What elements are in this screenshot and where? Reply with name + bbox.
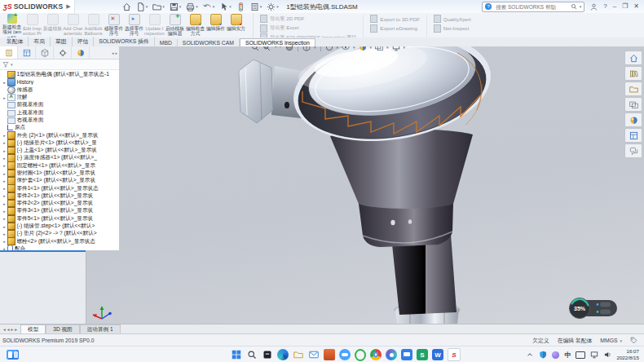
expand-arrow-icon[interactable]: ▸ bbox=[2, 216, 7, 221]
expand-arrow-icon[interactable]: ▸ bbox=[2, 171, 7, 176]
tag-icon[interactable] bbox=[630, 337, 637, 344]
configuration-manager-tab[interactable] bbox=[36, 46, 54, 59]
qualityxpert-button[interactable]: QualityXpert bbox=[434, 15, 471, 23]
start-icon[interactable] bbox=[231, 349, 242, 360]
search-icon[interactable] bbox=[571, 3, 577, 10]
tab-mbd[interactable]: MBD bbox=[155, 39, 178, 46]
tree-item[interactable]: 传感器 bbox=[0, 86, 119, 94]
add-characteristic-button[interactable]: Add Characteristic bbox=[63, 13, 83, 38]
update-inspection-project-button[interactable]: Update Inspection Project bbox=[144, 13, 165, 38]
solidworks-logo[interactable]: ʒS SOLIDWORKS ▶ bbox=[0, 0, 75, 13]
tree-item[interactable]: ▸密封圈<1> (默认<<默认>_显示状 bbox=[0, 170, 119, 177]
edit-operations-button[interactable]: 编辑操作 bbox=[205, 13, 226, 38]
solidworks-icon[interactable]: S bbox=[448, 348, 461, 361]
open-icon[interactable]: ▾ bbox=[152, 2, 165, 11]
edit-methods-button[interactable]: 编辑检查方式 bbox=[185, 13, 205, 38]
tree-item[interactable]: ▸History bbox=[0, 78, 119, 86]
select-icon[interactable]: ▾ bbox=[219, 2, 232, 11]
view-orientation-icon[interactable] bbox=[302, 46, 311, 51]
widgets-icon[interactable] bbox=[7, 350, 19, 360]
tree-item[interactable]: ▸(-) 绝缘管.step<1> (默认<<默认> bbox=[0, 223, 119, 230]
expand-arrow-icon[interactable]: ▸ bbox=[2, 193, 7, 198]
file-explorer-icon[interactable] bbox=[293, 349, 304, 360]
design-library-tab[interactable] bbox=[624, 66, 642, 81]
graphics-area[interactable]: ▾ ▾ ▾ ▾ ▾ ▾ bbox=[86, 46, 644, 324]
tree-item[interactable]: ▸保护套<1> (默认<<默认>_显示状 bbox=[0, 177, 119, 184]
3d-model-thermocouple[interactable] bbox=[86, 46, 644, 324]
tree-item[interactable]: ▸注解 bbox=[0, 94, 119, 101]
launch-template-editor-button[interactable]: 启动模板编辑器 bbox=[165, 13, 185, 38]
section-view-icon[interactable] bbox=[285, 46, 293, 51]
tree-root[interactable]: 1型铠装热电偶 (默认<默认_显示状态-1 bbox=[0, 71, 119, 78]
tab-layout[interactable]: 布局 bbox=[29, 37, 51, 46]
tree-item[interactable]: ▸零件5<1> (默认<<默认>_显示状 bbox=[0, 215, 119, 223]
new-template-button[interactable]: 新建模板 bbox=[42, 13, 63, 38]
volume-icon[interactable] bbox=[603, 351, 611, 359]
expand-arrow-icon[interactable]: ▸ bbox=[2, 186, 7, 191]
dimxpert-manager-tab[interactable] bbox=[54, 46, 72, 59]
tree-item[interactable]: ▸零件3<1> (默认<<默认>_显示状 bbox=[0, 207, 119, 214]
restore-button[interactable]: ❐ bbox=[622, 3, 628, 10]
browser-icon[interactable] bbox=[386, 349, 397, 360]
file-properties-icon[interactable]: ▾ bbox=[250, 2, 262, 11]
file-explorer-tab[interactable] bbox=[624, 82, 642, 96]
remote-app-icon[interactable] bbox=[401, 349, 412, 360]
store-icon[interactable] bbox=[324, 349, 335, 360]
expand-arrow-icon[interactable]: ▸ bbox=[2, 140, 7, 145]
expand-arrow-icon[interactable]: ▸ bbox=[2, 148, 7, 153]
chrome-icon[interactable] bbox=[370, 349, 382, 360]
search-icon[interactable] bbox=[246, 349, 258, 360]
new-document-icon[interactable]: ▾ bbox=[136, 2, 148, 11]
tree-item[interactable]: 前视基准面 bbox=[0, 101, 119, 108]
home-icon[interactable] bbox=[122, 2, 131, 11]
options-icon[interactable]: ▾ bbox=[267, 2, 279, 11]
expand-arrow-icon[interactable]: ▸ bbox=[2, 201, 7, 206]
panel-tab-scroll[interactable]: ◂▸ bbox=[112, 46, 119, 59]
tree-item[interactable]: 上视基准面 bbox=[0, 108, 119, 116]
net-inspect-button[interactable]: Net-Inspect bbox=[434, 24, 471, 33]
propertymanager-tab[interactable] bbox=[18, 46, 36, 59]
view-palette-tab[interactable] bbox=[624, 97, 642, 112]
tree-item[interactable]: 原点 bbox=[0, 124, 119, 131]
previous-view-icon[interactable] bbox=[274, 46, 282, 51]
clock[interactable]: 16:07 2022/8/15 bbox=[616, 348, 639, 361]
display-style-icon[interactable] bbox=[325, 46, 333, 51]
export-3d-pdf-button[interactable]: Export to 3D PDF bbox=[370, 15, 420, 23]
tree-item[interactable]: ▸固定螺栓<1> (默认<<默认>_显示 bbox=[0, 162, 119, 170]
select-balloons-button[interactable]: 选择零件序号 bbox=[124, 13, 144, 38]
search-input[interactable] bbox=[494, 3, 567, 11]
zoom-fit-icon[interactable] bbox=[251, 46, 259, 51]
menu-expand-icon[interactable]: ▶ bbox=[66, 3, 70, 10]
add-edit-balloons-button[interactable]: Add/Edit Balloons bbox=[83, 13, 104, 38]
undo-icon[interactable]: ▾ bbox=[203, 2, 215, 11]
tree-item[interactable]: ▸外壳 (2)<1> (默认<<默认>_显示状 bbox=[0, 131, 119, 139]
green-app-icon[interactable] bbox=[355, 349, 366, 360]
search-dropdown-icon[interactable]: ▾ bbox=[580, 4, 582, 9]
export-2d-pdf-button[interactable]: 导出至 2D PDF bbox=[260, 15, 356, 23]
security-shield-icon[interactable] bbox=[539, 351, 547, 359]
task-view-icon[interactable] bbox=[262, 349, 273, 360]
hide-show-items-icon[interactable] bbox=[342, 46, 350, 51]
tree-item[interactable]: ▸(-) 绝缘垫片<1> (默认<<默认>_显 bbox=[0, 139, 119, 147]
display-manager-tab[interactable] bbox=[72, 46, 90, 59]
tab-addins[interactable]: SOLIDWORKS 插件 bbox=[94, 37, 155, 46]
expand-arrow-icon[interactable]: ▸ bbox=[2, 163, 7, 168]
mail-icon[interactable] bbox=[308, 349, 320, 360]
view-settings-icon[interactable] bbox=[392, 46, 400, 51]
custom-properties-tab[interactable] bbox=[624, 128, 642, 143]
zoom-area-icon[interactable] bbox=[262, 46, 271, 51]
tree-item[interactable]: ▸(-) 温度传感器<1> (默认<<默认>_ bbox=[0, 154, 119, 161]
login-person-icon[interactable] bbox=[590, 3, 598, 11]
save-icon[interactable]: ▾ bbox=[170, 2, 182, 11]
close-button[interactable]: ✕ bbox=[633, 3, 639, 10]
resources-tab[interactable] bbox=[624, 51, 642, 65]
tree-item[interactable]: ▸(-) 上盖<1> (默认<<默认>_显示状 bbox=[0, 147, 119, 154]
minimize-button[interactable]: – bbox=[613, 3, 616, 10]
tab-solidworks-cam[interactable]: SOLIDWORKS CAM bbox=[178, 39, 240, 46]
help-search-box[interactable]: ? ▾ bbox=[482, 2, 584, 12]
expand-arrow-icon[interactable]: ▸ bbox=[2, 80, 7, 85]
help-button[interactable]: ? bbox=[603, 3, 607, 10]
panel-splitter[interactable] bbox=[0, 250, 86, 252]
tree-item[interactable]: ▸零件2<1> (默认<<默认>_显示状 bbox=[0, 192, 119, 200]
appearances-tab[interactable] bbox=[624, 113, 642, 127]
